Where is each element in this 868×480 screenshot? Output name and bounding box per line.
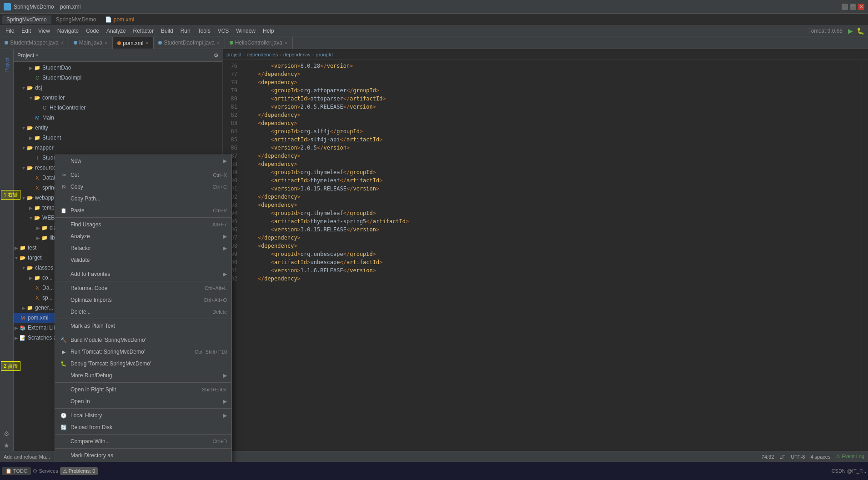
tomcat-indicator[interactable]: Tomcat 9.0.68 xyxy=(805,28,846,34)
tree-student[interactable]: ▶ 📁 Student xyxy=(14,133,222,143)
title-bar: SpringMvcDemo – pom.xml – □ ✕ xyxy=(0,0,868,14)
ctx-item-20[interactable]: 🔨Build Module 'SpringMvcDemo' xyxy=(55,334,231,346)
debug-button[interactable]: 🐛 xyxy=(855,27,866,35)
ctx-item-12[interactable]: Add to Favorites▶ xyxy=(55,268,231,280)
favorites-icon[interactable]: ★ xyxy=(1,440,12,451)
project-tab-springmvcdemo2[interactable]: SpringMvcDemo xyxy=(51,15,101,24)
breadcrumb-bar: project › dependencies › dependency › gr… xyxy=(223,49,868,60)
close-button[interactable]: ✕ xyxy=(858,4,864,10)
tab-close-studentmapper[interactable]: ✕ xyxy=(60,40,64,45)
structure-icon[interactable]: ⚙ xyxy=(1,428,12,439)
menu-view[interactable]: View xyxy=(35,27,54,35)
folder-icon-dsj: 📂 xyxy=(26,85,34,91)
tab-dot-studentdaoimpl xyxy=(158,41,162,45)
menu-help[interactable]: Help xyxy=(259,27,278,35)
ctx-item-15[interactable]: Optimize ImportsCtrl+Alt+O xyxy=(55,294,231,306)
ctx-label-26: Open In xyxy=(70,398,219,405)
tree-hellocontroller[interactable]: C HelloController xyxy=(14,103,222,113)
tree-label-webapp: webapp xyxy=(35,195,54,201)
tab-pomxml[interactable]: pom.xml ✕ xyxy=(113,37,154,49)
ctx-item-22[interactable]: 🐛Debug 'Tomcat: SpringMvcDemo' xyxy=(55,358,231,370)
menu-build[interactable]: Build xyxy=(157,27,177,35)
code-area[interactable]: <version>8.0.28</version> </dependency> … xyxy=(241,60,862,451)
panel-title: Project xyxy=(17,52,34,59)
menu-tools[interactable]: Tools xyxy=(194,27,214,35)
folder-icon-target: 📂 xyxy=(19,255,26,261)
tree-main[interactable]: M Main xyxy=(14,113,222,123)
tab-close-hellocontroller[interactable]: ✕ xyxy=(284,40,288,45)
menu-edit[interactable]: Edit xyxy=(18,27,35,35)
ctx-item-2[interactable]: ✂CutCtrl+X xyxy=(55,169,231,181)
minimize-button[interactable]: – xyxy=(842,4,848,10)
ctx-item-3[interactable]: ⎘CopyCtrl+C xyxy=(55,181,231,193)
ctx-item-28[interactable]: 🕐Local History▶ xyxy=(55,410,231,421)
menu-analyze[interactable]: Analyze xyxy=(103,27,130,35)
ctx-item-25[interactable]: Open in Right SplitShift+Enter xyxy=(55,384,231,395)
breadcrumb-dependency[interactable]: dependency xyxy=(283,52,311,57)
project-sidebar-icon[interactable]: Project xyxy=(1,51,12,78)
ctx-item-10[interactable]: Validate xyxy=(55,254,231,266)
ctx-shortcut-25: Shift+Enter xyxy=(202,387,227,392)
status-lf: LF xyxy=(779,454,785,460)
menu-run[interactable]: Run xyxy=(177,27,194,35)
tab-hellocontroller[interactable]: HelloController.java ✕ xyxy=(225,37,293,49)
ctx-item-21[interactable]: ▶Run 'Tomcat: SpringMvcDemo'Ctrl+Shift+F… xyxy=(55,346,231,358)
ctx-item-33[interactable]: Mark Directory as xyxy=(55,450,231,461)
tree-label-controller: controller xyxy=(42,95,65,101)
tab-close-main[interactable]: ✕ xyxy=(104,40,108,45)
project-tab-springmvcdemo[interactable]: SpringMvcDemo xyxy=(2,15,51,24)
tree-mapper[interactable]: ▼ 📂 mapper xyxy=(14,143,222,153)
ctx-item-4[interactable]: Copy Path... xyxy=(55,193,231,205)
taskbar-problems[interactable]: ⚠ Problems: 0 xyxy=(60,467,98,475)
ctx-item-18[interactable]: Mark as Plain Text xyxy=(55,320,231,332)
file-icon-database: X xyxy=(34,175,41,180)
tree-dsj[interactable]: ▼ 📂 dsj xyxy=(14,83,222,93)
taskbar-todo[interactable]: 📋 TODO xyxy=(2,467,31,475)
tab-studentmapper[interactable]: StudentMapper.java ✕ xyxy=(0,37,69,49)
ctx-item-16[interactable]: Delete...Delete xyxy=(55,306,231,318)
vertical-scrollbar[interactable] xyxy=(862,60,868,451)
menu-code[interactable]: Code xyxy=(82,27,103,35)
ctx-shortcut-5: Ctrl+V xyxy=(213,208,227,213)
ctx-separator-13 xyxy=(55,281,231,281)
maximize-button[interactable]: □ xyxy=(850,4,856,10)
tree-studentdao[interactable]: ▶ 📁 StudentDao xyxy=(14,63,222,73)
ctx-item-26[interactable]: Open In▶ xyxy=(55,395,231,407)
taskbar-services[interactable]: ⚙ Services xyxy=(33,468,58,474)
ctx-item-8[interactable]: Analyze▶ xyxy=(55,230,231,242)
project-tab-pomxml[interactable]: 📄 pom.xml xyxy=(100,15,139,24)
tab-main[interactable]: Main.java ✕ xyxy=(69,37,113,49)
ctx-label-16: Delete... xyxy=(70,309,203,315)
menu-vcs[interactable]: VCS xyxy=(214,27,233,35)
tab-studentdaoimpl[interactable]: StudentDaoImpl.java ✕ xyxy=(154,37,225,49)
tree-controller[interactable]: ▼ 📂 controller xyxy=(14,93,222,103)
tree-entity[interactable]: ▼ 📂 entity xyxy=(14,123,222,133)
ctx-item-7[interactable]: Find UsagesAlt+F7 xyxy=(55,219,231,230)
tree-label-target: target xyxy=(28,255,42,261)
event-log-label[interactable]: ⚠ Event Log xyxy=(836,454,864,460)
ctx-separator-19 xyxy=(55,333,231,333)
ctx-item-0[interactable]: New▶ xyxy=(55,155,231,167)
tab-close-pomxml[interactable]: ✕ xyxy=(145,40,149,45)
breadcrumb-groupid[interactable]: groupId xyxy=(316,52,333,57)
ctx-item-31[interactable]: Compare With...Ctrl+D xyxy=(55,435,231,447)
run-button[interactable]: ▶ xyxy=(846,27,855,35)
ctx-item-5[interactable]: 📋PasteCtrl+V xyxy=(55,205,231,216)
breadcrumb-project[interactable]: project xyxy=(226,52,241,57)
ctx-shortcut-15: Ctrl+Alt+O xyxy=(204,297,227,303)
panel-settings[interactable]: ⚙ xyxy=(214,52,219,59)
ctx-item-9[interactable]: Refactor▶ xyxy=(55,242,231,254)
ctx-icon-2: ✂ xyxy=(60,172,68,178)
folder-icon-scratches: 📝 xyxy=(19,335,26,341)
tab-close-studentdaoimpl[interactable]: ✕ xyxy=(216,40,220,45)
menu-window[interactable]: Window xyxy=(232,27,259,35)
ctx-item-23[interactable]: More Run/Debug▶ xyxy=(55,370,231,381)
menu-navigate[interactable]: Navigate xyxy=(54,27,82,35)
menu-refactor[interactable]: Refactor xyxy=(130,27,157,35)
tab-dot-studentmapper xyxy=(5,41,8,45)
menu-file[interactable]: File xyxy=(2,27,18,35)
ctx-item-14[interactable]: Reformat CodeCtrl+Alt+L xyxy=(55,282,231,294)
breadcrumb-dependencies[interactable]: dependencies xyxy=(247,52,278,57)
tree-studentdaoimpl[interactable]: C StudentDaoImpl xyxy=(14,73,222,83)
ctx-item-29[interactable]: 🔄Reload from Disk xyxy=(55,421,231,433)
